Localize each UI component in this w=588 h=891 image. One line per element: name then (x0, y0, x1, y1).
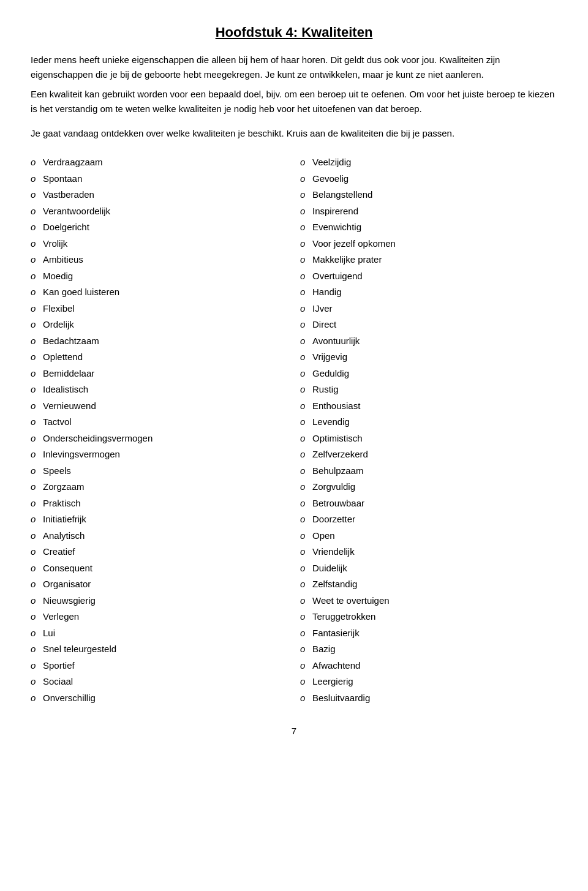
list-item-text: Verlegen (43, 610, 79, 624)
list-item: oIdealistisch (31, 383, 288, 397)
list-item: oFlexibel (31, 302, 288, 316)
page-number: 7 (31, 726, 557, 736)
list-item: oVerantwoordelijk (31, 205, 288, 219)
list-item: oBedachtzaam (31, 334, 288, 348)
list-item: oBehulpzaam (300, 464, 557, 478)
list-item-text: Voor jezelf opkomen (312, 237, 396, 251)
right-column: oVeelzijdigoGevoeligoBelangstellendoInsp… (300, 156, 557, 707)
list-marker: o (300, 626, 307, 641)
list-marker: o (31, 350, 38, 364)
list-item-text: Vriendelijk (312, 545, 355, 559)
list-item: oBetrouwbaar (300, 497, 557, 511)
list-marker: o (300, 334, 307, 348)
list-marker: o (300, 383, 307, 397)
list-marker: o (31, 172, 38, 186)
list-marker: o (300, 448, 307, 462)
list-marker: o (300, 642, 307, 656)
list-item: oAvontuurlijk (300, 334, 557, 348)
list-item-text: Direct (312, 318, 336, 332)
list-item: oGevoelig (300, 172, 557, 186)
list-marker: o (31, 529, 38, 543)
list-item: oVrijgevig (300, 350, 557, 364)
list-marker: o (31, 432, 38, 446)
list-item: oZorgvuldig (300, 480, 557, 494)
list-item: oVastberaden (31, 188, 288, 202)
list-marker: o (31, 497, 38, 511)
list-item-text: Snel teleurgesteld (43, 642, 116, 656)
list-item: oVoor jezelf opkomen (300, 237, 557, 251)
list-marker: o (300, 302, 307, 316)
list-marker: o (300, 562, 307, 576)
list-item-text: Weet te overtuigen (312, 594, 390, 608)
list-item-text: Leergierig (312, 675, 353, 689)
list-item: oKan goed luisteren (31, 285, 288, 299)
list-item: oWeet te overtuigen (300, 594, 557, 608)
list-item: oInspirerend (300, 205, 557, 219)
list-item-text: Open (312, 529, 335, 543)
list-item: oOplettend (31, 350, 288, 364)
list-marker: o (31, 156, 38, 170)
list-item: oInitiatiefrijk (31, 513, 288, 527)
list-marker: o (300, 367, 307, 381)
list-item-text: Tactvol (43, 415, 72, 429)
list-marker: o (300, 415, 307, 429)
list-item: oAmbitieus (31, 253, 288, 267)
list-item: oSpontaan (31, 172, 288, 186)
list-item-text: Vernieuwend (43, 399, 96, 413)
list-item: oLeergierig (300, 675, 557, 689)
list-marker: o (31, 367, 38, 381)
list-marker: o (300, 594, 307, 608)
list-item-text: Bedachtzaam (43, 334, 99, 348)
list-item-text: Optimistisch (312, 432, 363, 446)
list-item: oVriendelijk (300, 545, 557, 559)
list-marker: o (300, 659, 307, 673)
list-marker: o (31, 205, 38, 219)
list-marker: o (31, 562, 38, 576)
list-marker: o (31, 415, 38, 429)
list-item-text: Bazig (312, 642, 336, 656)
list-item-text: Oplettend (43, 350, 83, 364)
list-marker: o (31, 691, 38, 705)
list-marker: o (31, 626, 38, 641)
list-item: oInlevingsvermogen (31, 448, 288, 462)
qualities-columns: oVerdraagzaamoSpontaanoVastberadenoVeran… (31, 156, 557, 707)
list-item-text: Belangstellend (312, 188, 372, 202)
intro-paragraph-1: Ieder mens heeft unieke eigenschappen di… (31, 53, 557, 82)
list-item-text: Ambitieus (43, 253, 83, 267)
list-item-text: Teruggetrokken (312, 610, 375, 624)
left-column: oVerdraagzaamoSpontaanoVastberadenoVeran… (31, 156, 300, 707)
list-marker: o (300, 253, 307, 267)
list-marker: o (300, 285, 307, 299)
list-marker: o (31, 642, 38, 656)
list-marker: o (31, 513, 38, 527)
list-item: oTeruggetrokken (300, 610, 557, 624)
list-item-text: Zelfverzekerd (312, 448, 368, 462)
list-item: oZorgzaam (31, 480, 288, 494)
list-item-text: Fantasierijk (312, 626, 360, 641)
list-item-text: Avontuurlijk (312, 334, 360, 348)
list-marker: o (300, 350, 307, 364)
list-item: oAfwachtend (300, 659, 557, 673)
list-item: oRustig (300, 383, 557, 397)
list-item-text: Duidelijk (312, 562, 347, 576)
list-item: oLevendig (300, 415, 557, 429)
list-marker: o (31, 285, 38, 299)
list-marker: o (300, 188, 307, 202)
list-item: oCreatief (31, 545, 288, 559)
list-item-text: IJver (312, 302, 333, 316)
list-marker: o (31, 399, 38, 413)
list-item: oBemiddelaar (31, 367, 288, 381)
list-marker: o (31, 545, 38, 559)
list-item: oEvenwichtig (300, 220, 557, 235)
list-item-text: Vastberaden (43, 188, 94, 202)
list-item: oSportief (31, 659, 288, 673)
list-item: oTactvol (31, 415, 288, 429)
list-item-text: Kan goed luisteren (43, 285, 119, 299)
list-item: oAnalytisch (31, 529, 288, 543)
list-marker: o (300, 318, 307, 332)
list-marker: o (31, 318, 38, 332)
list-item-text: Evenwichtig (312, 220, 361, 235)
list-item-text: Sportief (43, 659, 75, 673)
list-marker: o (31, 334, 38, 348)
list-item-text: Inlevingsvermogen (43, 448, 120, 462)
